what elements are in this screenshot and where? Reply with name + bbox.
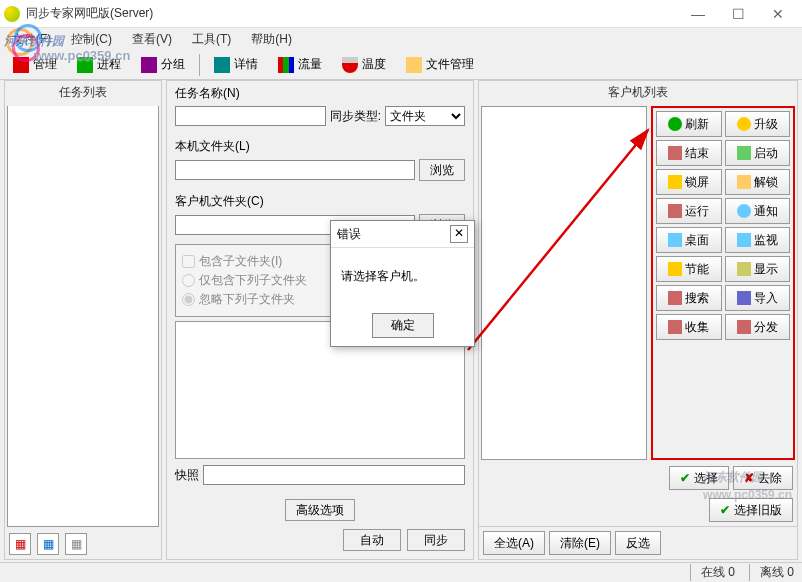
snapshot-label: 快照 <box>175 467 199 484</box>
sync-button[interactable]: 同步 <box>407 529 465 551</box>
action-unlock[interactable]: 解锁 <box>725 169 791 195</box>
tb-detail[interactable]: 详情 <box>205 52 267 77</box>
menu-tools[interactable]: 工具(T) <box>186 29 237 50</box>
action-import[interactable]: 导入 <box>725 285 791 311</box>
menu-file[interactable]: 文件(F) <box>6 29 57 50</box>
select-old-button[interactable]: ✔选择旧版 <box>709 498 793 522</box>
end-icon <box>668 146 682 160</box>
lock-icon <box>668 175 682 189</box>
menu-control[interactable]: 控制(C) <box>65 29 118 50</box>
tb-traffic-label: 流量 <box>298 56 322 73</box>
close-button[interactable]: ✕ <box>758 0 798 28</box>
action-display[interactable]: 显示 <box>725 256 791 282</box>
select-all-button[interactable]: 全选(A) <box>483 531 545 555</box>
check-icon: ✔ <box>680 471 690 485</box>
tb-group-label: 分组 <box>161 56 185 73</box>
desktop-icon <box>668 233 682 247</box>
tb-process[interactable]: 进程 <box>68 52 130 77</box>
temp-icon <box>342 57 358 73</box>
invert-button[interactable]: 反选 <box>615 531 661 555</box>
snapshot-input[interactable] <box>203 465 465 485</box>
task-list-toolbar: ▦ ▦ ▦ <box>5 529 161 559</box>
action-run[interactable]: 运行 <box>656 198 722 224</box>
task-add-button[interactable]: ▦ <box>9 533 31 555</box>
manage-icon <box>13 57 29 73</box>
remove-button[interactable]: ✘去除 <box>733 466 793 490</box>
status-online: 在线 0 <box>690 564 735 581</box>
action-refresh[interactable]: 刷新 <box>656 111 722 137</box>
tb-temp-label: 温度 <box>362 56 386 73</box>
action-upgrade[interactable]: 升级 <box>725 111 791 137</box>
action-collect[interactable]: 收集 <box>656 314 722 340</box>
local-folder-input[interactable] <box>175 160 415 180</box>
minimize-button[interactable]: — <box>678 0 718 28</box>
task-list-panel: 任务列表 ▦ ▦ ▦ <box>4 80 162 560</box>
client-list-panel: 客户机列表 刷新 升级 结束 启动 锁屏 解锁 运行 通知 桌面 监视 节能 显… <box>478 80 798 560</box>
menubar: 文件(F) 控制(C) 查看(V) 工具(T) 帮助(H) <box>0 28 802 50</box>
titlebar: 同步专家网吧版(Server) — ☐ ✕ <box>0 0 802 28</box>
window-title: 同步专家网吧版(Server) <box>26 5 678 22</box>
search-icon <box>668 291 682 305</box>
tb-temp[interactable]: 温度 <box>333 52 395 77</box>
action-desktop[interactable]: 桌面 <box>656 227 722 253</box>
tb-traffic[interactable]: 流量 <box>269 52 331 77</box>
action-distribute[interactable]: 分发 <box>725 314 791 340</box>
action-start[interactable]: 启动 <box>725 140 791 166</box>
upgrade-icon <box>737 117 751 131</box>
eco-icon <box>668 262 682 276</box>
client-folder-label: 客户机文件夹(C) <box>175 193 264 210</box>
task-delete-button[interactable]: ▦ <box>65 533 87 555</box>
separator <box>199 54 200 76</box>
error-dialog: 错误 ✕ 请选择客户机。 确定 <box>330 220 475 347</box>
tb-process-label: 进程 <box>97 56 121 73</box>
task-edit-button[interactable]: ▦ <box>37 533 59 555</box>
client-list[interactable] <box>481 106 647 460</box>
group-icon <box>141 57 157 73</box>
task-list[interactable] <box>7 106 159 527</box>
statusbar: 在线 0 离线 0 <box>0 562 802 582</box>
auto-button[interactable]: 自动 <box>343 529 401 551</box>
collect-icon <box>668 320 682 334</box>
process-icon <box>77 57 93 73</box>
action-notify[interactable]: 通知 <box>725 198 791 224</box>
action-grid: 刷新 升级 结束 启动 锁屏 解锁 运行 通知 桌面 监视 节能 显示 搜索 导… <box>651 106 795 460</box>
action-end[interactable]: 结束 <box>656 140 722 166</box>
dialog-message: 请选择客户机。 <box>331 248 474 305</box>
task-name-label: 任务名称(N) <box>175 85 240 102</box>
action-monitor[interactable]: 监视 <box>725 227 791 253</box>
sync-type-select[interactable]: 文件夹 <box>385 106 465 126</box>
tb-files[interactable]: 文件管理 <box>397 52 483 77</box>
sync-type-label: 同步类型: <box>330 108 381 125</box>
refresh-icon <box>668 117 682 131</box>
traffic-icon <box>278 57 294 73</box>
task-name-input[interactable] <box>175 106 326 126</box>
action-lock[interactable]: 锁屏 <box>656 169 722 195</box>
tb-detail-label: 详情 <box>234 56 258 73</box>
clear-button[interactable]: 清除(E) <box>549 531 611 555</box>
local-folder-label: 本机文件夹(L) <box>175 138 250 155</box>
dialog-close-button[interactable]: ✕ <box>450 225 468 243</box>
notify-icon <box>737 204 751 218</box>
check-icon: ✔ <box>720 503 730 517</box>
maximize-button[interactable]: ☐ <box>718 0 758 28</box>
menu-help[interactable]: 帮助(H) <box>245 29 298 50</box>
local-browse-button[interactable]: 浏览 <box>419 159 465 181</box>
tb-manage[interactable]: 管理 <box>4 52 66 77</box>
advanced-button[interactable]: 高级选项 <box>285 499 355 521</box>
tb-group[interactable]: 分组 <box>132 52 194 77</box>
action-eco[interactable]: 节能 <box>656 256 722 282</box>
tb-files-label: 文件管理 <box>426 56 474 73</box>
dialog-ok-button[interactable]: 确定 <box>372 313 434 338</box>
distribute-icon <box>737 320 751 334</box>
unlock-icon <box>737 175 751 189</box>
run-icon <box>668 204 682 218</box>
task-list-header: 任务列表 <box>5 81 161 104</box>
dialog-title: 错误 <box>337 226 450 243</box>
select-button[interactable]: ✔选择 <box>669 466 729 490</box>
status-offline: 离线 0 <box>749 564 794 581</box>
toolbar: 管理 进程 分组 详情 流量 温度 文件管理 <box>0 50 802 80</box>
menu-view[interactable]: 查看(V) <box>126 29 178 50</box>
folder-icon <box>406 57 422 73</box>
action-search[interactable]: 搜索 <box>656 285 722 311</box>
import-icon <box>737 291 751 305</box>
